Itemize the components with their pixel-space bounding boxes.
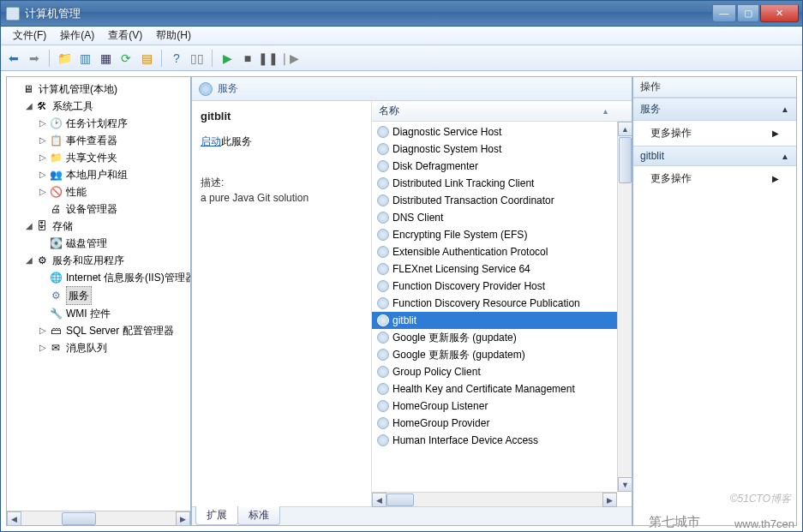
expand-icon[interactable]: ▷: [38, 344, 47, 353]
play-button[interactable]: ▶: [218, 49, 237, 68]
collapse-icon[interactable]: ◢: [24, 102, 33, 111]
actions-more-1[interactable]: 更多操作 ▶: [633, 121, 796, 146]
service-row[interactable]: Function Discovery Resource Publication: [372, 295, 632, 312]
menu-action[interactable]: 操作(A): [53, 26, 101, 45]
service-row[interactable]: Google 更新服务 (gupdatem): [372, 346, 632, 363]
gear-icon: [377, 177, 389, 189]
service-row-label: HomeGroup Provider: [393, 417, 489, 429]
event-icon: 📋: [49, 134, 63, 147]
forward-button[interactable]: ➡: [25, 49, 44, 68]
tree-iis[interactable]: Internet 信息服务(IIS)管理器: [66, 269, 190, 286]
tree-disk-mgmt[interactable]: 磁盘管理: [66, 235, 107, 252]
service-row-label: Disk Defragmenter: [393, 160, 478, 172]
service-row[interactable]: Human Interface Device Access: [372, 432, 632, 449]
actions-header: 操作: [633, 77, 796, 98]
back-button[interactable]: ⬅: [4, 49, 23, 68]
expand-icon[interactable]: ▷: [38, 119, 47, 129]
refresh-button[interactable]: ⟳: [117, 49, 135, 68]
scroll-down-icon[interactable]: ▼: [618, 477, 632, 492]
gear-icon: [377, 332, 389, 344]
expand-icon[interactable]: ▷: [38, 170, 47, 180]
properties-button[interactable]: ▦: [96, 49, 115, 68]
service-row[interactable]: Group Policy Client: [372, 363, 632, 380]
tree-services[interactable]: 服务: [66, 286, 92, 305]
service-row[interactable]: FLEXnet Licensing Service 64: [372, 260, 632, 278]
menu-help[interactable]: 帮助(H): [149, 26, 198, 45]
service-row[interactable]: Health Key and Certificate Management: [372, 380, 632, 398]
actions-section-label: gitblit: [640, 150, 664, 162]
tree-hscrollbar[interactable]: ◀ ▶: [7, 511, 190, 525]
tree-storage[interactable]: 存储: [52, 218, 73, 235]
service-row[interactable]: Encrypting File System (EFS): [372, 226, 632, 243]
tree-shared-folders[interactable]: 共享文件夹: [66, 149, 117, 166]
tree-device-manager[interactable]: 设备管理器: [66, 200, 117, 218]
list-header[interactable]: 名称▴: [372, 101, 632, 122]
tree-msmq[interactable]: 消息队列: [66, 339, 107, 356]
help-button[interactable]: ?: [167, 49, 186, 68]
tree-services-apps[interactable]: 服务和应用程序: [52, 252, 124, 269]
list-hscrollbar[interactable]: ◀ ▶: [372, 492, 617, 506]
expand-icon[interactable]: ▷: [38, 188, 47, 197]
export-button[interactable]: ▤: [137, 49, 156, 68]
service-row[interactable]: Diagnostic Service Host: [372, 123, 632, 140]
menu-file[interactable]: 文件(F): [6, 26, 53, 45]
actions-more-label: 更多操作: [650, 126, 692, 140]
scroll-thumb[interactable]: [62, 512, 96, 525]
tree-system-tools[interactable]: 系统工具: [52, 98, 93, 115]
actions-section-gitblit[interactable]: gitblit ▲: [633, 146, 796, 166]
actions-section-services[interactable]: 服务 ▲: [633, 98, 796, 121]
expand-icon[interactable]: ▷: [38, 326, 47, 336]
scroll-left-icon[interactable]: ◀: [372, 493, 387, 507]
tree-root[interactable]: 计算机管理(本地): [39, 81, 117, 98]
scroll-right-icon[interactable]: ▶: [176, 511, 190, 526]
expand-icon[interactable]: [10, 85, 20, 94]
list-vscrollbar[interactable]: ▲ ▼: [617, 122, 632, 492]
tree-event-viewer[interactable]: 事件查看器: [66, 132, 117, 149]
menu-view[interactable]: 查看(V): [101, 26, 149, 45]
service-row[interactable]: HomeGroup Provider: [372, 415, 632, 432]
service-row[interactable]: Distributed Link Tracking Client: [372, 175, 632, 192]
collapse-icon[interactable]: ◢: [24, 222, 33, 231]
scroll-thumb[interactable]: [619, 137, 632, 183]
scroll-left-icon[interactable]: ◀: [7, 511, 21, 526]
service-row[interactable]: Distributed Transaction Coordinator: [372, 192, 632, 209]
scroll-up-icon[interactable]: ▲: [618, 122, 632, 136]
msmq-icon: ✉: [49, 341, 63, 355]
service-row[interactable]: DNS Client: [372, 209, 632, 226]
service-row[interactable]: Disk Defragmenter: [372, 158, 632, 175]
snapin-button[interactable]: ▯▯: [188, 49, 207, 68]
show-hide-tree-button[interactable]: ▥: [75, 49, 94, 68]
pause-button[interactable]: ❚❚: [259, 49, 278, 68]
scroll-right-icon[interactable]: ▶: [602, 493, 617, 507]
service-row[interactable]: HomeGroup Listener: [372, 398, 632, 415]
tree-local-users[interactable]: 本地用户和组: [66, 166, 128, 183]
service-row[interactable]: Google 更新服务 (gupdate): [372, 329, 632, 346]
close-button[interactable]: ✕: [760, 5, 799, 22]
list-body[interactable]: Diagnostic Service HostDiagnostic System…: [372, 122, 632, 492]
center-body: gitblit 启动此服务 描述: a pure Java Git soluti…: [192, 101, 632, 506]
stop-button[interactable]: ■: [238, 49, 257, 68]
tab-standard[interactable]: 标准: [237, 506, 280, 525]
nav-tree[interactable]: 🖥计算机管理(本地) ◢🛠系统工具 ▷🕑任务计划程序 ▷📋事件查看器 ▷📁共享文…: [7, 77, 190, 511]
tree-performance[interactable]: 性能: [66, 183, 87, 200]
column-name[interactable]: 名称: [379, 104, 399, 118]
service-row[interactable]: gitblit: [372, 312, 632, 329]
expand-icon[interactable]: ▷: [38, 153, 47, 163]
actions-more-2[interactable]: 更多操作 ▶: [633, 166, 796, 191]
service-row[interactable]: Function Discovery Provider Host: [372, 278, 632, 295]
actions-section-label: 服务: [640, 102, 661, 117]
minimize-button[interactable]: —: [712, 5, 736, 22]
restart-button[interactable]: ❘▶: [279, 49, 298, 68]
tree-task-scheduler[interactable]: 任务计划程序: [66, 115, 128, 132]
tab-extended[interactable]: 扩展: [195, 506, 238, 525]
tree-sqlserver[interactable]: SQL Server 配置管理器: [66, 322, 174, 339]
expand-icon[interactable]: ▷: [38, 136, 47, 146]
service-row[interactable]: Diagnostic System Host: [372, 140, 632, 158]
collapse-icon[interactable]: ◢: [24, 256, 33, 266]
maximize-button[interactable]: ▢: [737, 5, 759, 22]
start-service-link[interactable]: 启动: [201, 135, 221, 147]
up-icon[interactable]: 📁: [55, 49, 74, 68]
tree-wmi[interactable]: WMI 控件: [66, 305, 111, 322]
scroll-thumb[interactable]: [387, 493, 414, 506]
service-row[interactable]: Extensible Authentication Protocol: [372, 243, 632, 260]
